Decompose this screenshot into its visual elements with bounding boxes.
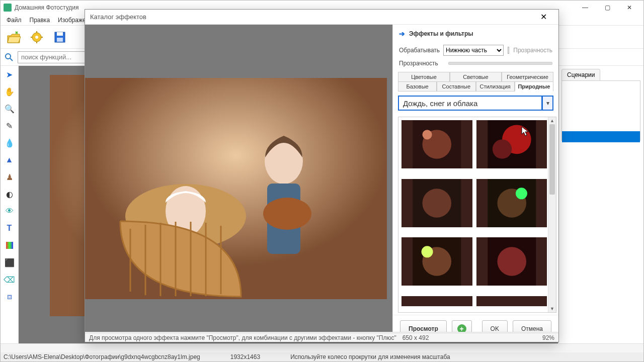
dialog-footer-status: Для просмотра одного эффекта нажмите "Пр… <box>85 333 558 342</box>
svg-point-43 <box>492 139 511 158</box>
menu-edit[interactable]: Правка <box>26 16 54 25</box>
text-tool[interactable]: T <box>3 222 16 235</box>
tab-color[interactable]: Цветовые <box>398 72 450 82</box>
transparency-label: Прозрачность <box>513 47 552 54</box>
process-label: Обрабатывать <box>399 47 439 54</box>
section-header: ➔ Эффекты и фильтры <box>393 25 558 43</box>
crop-tool[interactable]: ⧈ <box>3 290 16 303</box>
app-icon <box>4 4 12 12</box>
search-icon <box>4 52 15 63</box>
menu-file[interactable]: Файл <box>3 16 26 25</box>
tab-composite[interactable]: Составные <box>437 81 475 92</box>
effect-thumb[interactable] <box>476 179 547 227</box>
statusbar: C:\Users\AMS-Elena\Desktop\Фотографии\g9… <box>1 352 643 361</box>
process-select[interactable]: Нижнюю часть <box>443 45 504 56</box>
svg-line-10 <box>10 58 13 61</box>
tab-nature[interactable]: Природные <box>515 81 553 92</box>
bucket-tool[interactable]: ⬛ <box>3 256 16 269</box>
tab-light[interactable]: Световые <box>450 72 502 82</box>
gradient-tool[interactable] <box>3 239 16 252</box>
filter-group-value: Дождь, снег и облака <box>398 96 542 111</box>
dialog-zoom: 92% <box>542 334 554 341</box>
status-hint: Используйте колесо прокрутки для изменен… <box>290 353 450 360</box>
tab-basic[interactable]: Базовые <box>398 81 437 92</box>
eraser-tool[interactable]: ⌫ <box>3 273 16 286</box>
dialog-hint: Для просмотра одного эффекта нажмите "Пр… <box>89 334 396 341</box>
svg-point-53 <box>497 247 526 276</box>
folder-open-icon <box>7 31 21 44</box>
dialog-title: Каталог эффектов <box>90 13 146 21</box>
scroll-up-icon[interactable]: ▲ <box>548 117 556 124</box>
filter-group-select[interactable]: Дождь, снег и облака ▾ <box>398 96 553 111</box>
process-row: Обрабатывать Нижнюю часть Прозрачность <box>393 43 558 58</box>
svg-point-40 <box>422 130 432 139</box>
effect-thumb[interactable] <box>401 296 472 306</box>
gear-icon <box>30 31 43 44</box>
svg-rect-7 <box>57 32 63 36</box>
tab-geometric[interactable]: Геометрические <box>502 72 553 82</box>
effect-thumb[interactable] <box>476 296 547 306</box>
open-button[interactable] <box>4 28 24 47</box>
svg-point-51 <box>422 246 433 257</box>
svg-rect-8 <box>57 38 63 42</box>
effect-thumb[interactable] <box>476 237 547 286</box>
scenario-list[interactable] <box>561 80 640 141</box>
scenario-selected-row[interactable] <box>562 131 640 142</box>
category-tabs: Цветовые Световые Геометрические Базовые… <box>398 72 553 92</box>
zoom-tool[interactable]: 🔍 <box>3 102 16 115</box>
hand-tool[interactable]: ✋ <box>3 85 16 98</box>
preview-image <box>85 78 387 299</box>
minimize-button[interactable]: — <box>574 1 596 15</box>
svg-point-45 <box>422 189 451 218</box>
scroll-thumb[interactable] <box>549 124 555 195</box>
contrast-tool[interactable]: ◐ <box>3 188 16 201</box>
left-toolbar: ➤ ✋ 🔍 ✎ 💧 ▲ ♟ ◐ 👁 T ⬛ ⌫ ⧈ <box>1 66 19 343</box>
svg-point-48 <box>515 188 527 199</box>
section-title: Эффекты и фильтры <box>409 30 473 37</box>
transparency-checkbox[interactable] <box>508 47 509 54</box>
effect-thumb[interactable] <box>476 120 547 168</box>
tab-scenarios[interactable]: Сценарии <box>561 69 600 81</box>
close-button[interactable]: ✕ <box>618 1 640 15</box>
tab-stylize[interactable]: Стилизация <box>476 81 515 92</box>
brush-tool[interactable]: ✎ <box>3 119 16 132</box>
floppy-icon <box>53 31 66 44</box>
dialog-sidebar: ➔ Эффекты и фильтры Обрабатывать Нижнюю … <box>392 25 558 342</box>
maximize-button[interactable]: ▢ <box>596 1 618 15</box>
effect-thumb[interactable] <box>401 120 472 168</box>
opacity-label: Прозрачность <box>399 60 439 67</box>
svg-point-9 <box>6 54 11 59</box>
sharpen-tool[interactable]: ▲ <box>3 153 16 166</box>
thumbnails-panel: ▲ ▼ <box>398 117 556 313</box>
svg-point-1 <box>35 36 38 39</box>
effects-dialog: Каталог эффектов ✕ ➔ <box>85 9 559 342</box>
watermark-tool[interactable]: 👁 <box>3 205 16 218</box>
status-path: C:\Users\AMS-Elena\Desktop\Фотографии\g9… <box>4 353 200 360</box>
arrow-icon: ➔ <box>399 30 405 38</box>
opacity-row: Прозрачность <box>393 58 558 69</box>
save-button[interactable] <box>50 28 70 47</box>
scroll-down-icon[interactable]: ▼ <box>548 305 556 312</box>
effect-thumb[interactable] <box>401 179 472 227</box>
svg-point-30 <box>263 198 311 230</box>
dialog-close-button[interactable]: ✕ <box>533 10 553 25</box>
dialog-preview-area <box>85 25 392 342</box>
effect-thumb[interactable] <box>401 237 472 286</box>
app-title: Домашняя Фотостудия <box>15 4 78 11</box>
pointer-tool[interactable]: ➤ <box>3 68 16 81</box>
effects-button[interactable] <box>27 28 47 47</box>
dialog-statusbar-outer <box>1 343 643 352</box>
opacity-slider[interactable] <box>448 62 552 65</box>
right-panel: Сценарии <box>558 66 643 343</box>
thumb-scrollbar[interactable]: ▲ ▼ <box>548 117 556 312</box>
dialog-titlebar: Каталог эффектов ✕ <box>85 10 558 25</box>
dialog-size: 650 x 492 <box>403 334 429 341</box>
status-dimensions: 1932x1463 <box>230 353 260 360</box>
chevron-down-icon[interactable]: ▾ <box>542 96 553 111</box>
stamp-tool[interactable]: ♟ <box>3 170 16 184</box>
blur-tool[interactable]: 💧 <box>3 136 16 149</box>
